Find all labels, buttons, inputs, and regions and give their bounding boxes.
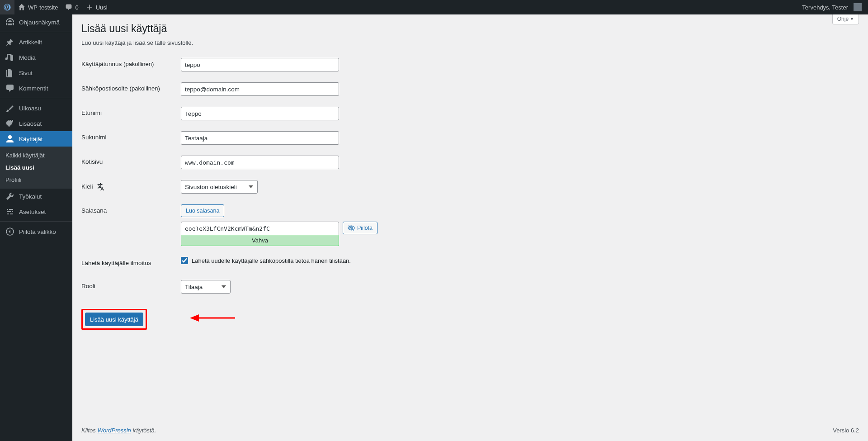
add-user-submit-button[interactable]: Lisää uusi käyttäjä — [85, 313, 143, 326]
password-strength: Vahva — [181, 235, 339, 246]
language-select[interactable]: Sivuston oletuskieli — [181, 180, 258, 194]
dashboard-icon — [5, 18, 14, 27]
lastname-input[interactable] — [181, 131, 339, 145]
comment-icon — [65, 4, 72, 11]
site-name-link[interactable]: WP-testsite — [14, 0, 61, 14]
notify-text: Lähetä uudelle käyttäjälle sähköpostilla… — [192, 257, 351, 264]
sidebar-item-label: Sivut — [19, 70, 33, 76]
page-icon — [5, 68, 14, 77]
sidebar-item-media[interactable]: Media — [0, 50, 72, 65]
admin-footer: Kiitos WordPressin käytöstä. Versio 6.2 — [72, 420, 868, 441]
sidebar-item-settings[interactable]: Asetukset — [0, 204, 72, 219]
admin-sidebar: Ohjausnäkymä Artikkelit Media Sivut Komm… — [0, 14, 72, 441]
lastname-label: Sukunimi — [81, 126, 181, 150]
email-input[interactable] — [181, 82, 339, 96]
menu-separator — [0, 96, 72, 98]
sidebar-item-label: Piilota valikko — [19, 228, 56, 235]
hide-icon — [348, 224, 355, 232]
pin-icon — [5, 38, 14, 47]
firstname-input[interactable] — [181, 107, 339, 120]
comments-count: 0 — [75, 4, 78, 11]
sidebar-collapse[interactable]: Piilota valikko — [0, 224, 72, 239]
annotation-highlight: Lisää uusi käyttäjä — [81, 309, 147, 330]
password-label: Salasana — [81, 199, 181, 251]
menu-separator — [0, 219, 72, 222]
svg-marker-3 — [190, 314, 199, 322]
sidebar-item-comments[interactable]: Kommentit — [0, 81, 72, 96]
sidebar-item-label: Ulkoasu — [19, 105, 41, 112]
footer-thanks: Kiitos WordPressin käytöstä. — [81, 427, 156, 434]
sidebar-item-label: Ohjausnäkymä — [19, 19, 60, 26]
page-description: Luo uusi käyttäjä ja lisää se tälle sivu… — [81, 39, 859, 46]
site-name-text: WP-testsite — [28, 4, 58, 11]
password-input[interactable] — [181, 222, 339, 235]
notify-checkbox[interactable] — [181, 257, 188, 264]
sliders-icon — [5, 207, 14, 216]
collapse-icon — [5, 227, 14, 236]
username-label: Käyttäjätunnus (pakollinen) — [81, 52, 181, 77]
submenu-add-new[interactable]: Lisää uusi — [0, 161, 72, 174]
content-area: Ohje ▼ Lisää uusi käyttäjä Luo uusi käyt… — [72, 14, 868, 441]
greeting-text: Tervehdys, Tester — [802, 4, 848, 11]
sidebar-item-appearance[interactable]: Ulkoasu — [0, 100, 72, 116]
sidebar-item-pages[interactable]: Sivut — [0, 65, 72, 81]
new-label: Uusi — [96, 4, 108, 11]
submenu-profile[interactable]: Profiili — [0, 174, 72, 186]
help-toggle[interactable]: Ohje ▼ — [832, 14, 859, 24]
role-label: Rooli — [81, 275, 181, 299]
generate-password-button[interactable]: Luo salasana — [181, 204, 224, 217]
plus-icon — [86, 4, 93, 11]
users-submenu: Kaikki käyttäjät Lisää uusi Profiili — [0, 147, 72, 189]
website-label: Kotisivu — [81, 150, 181, 175]
website-input[interactable] — [181, 156, 339, 169]
wordpress-link[interactable]: WordPressin — [97, 427, 131, 434]
brush-icon — [5, 104, 14, 113]
wp-logo[interactable] — [0, 0, 14, 14]
sidebar-item-label: Käyttäjät — [19, 136, 43, 142]
screen-meta: Ohje ▼ — [832, 14, 859, 24]
username-input[interactable] — [181, 58, 339, 71]
avatar — [854, 3, 862, 11]
help-label: Ohje — [837, 16, 849, 22]
menu-separator — [0, 30, 72, 32]
svg-point-1 — [350, 227, 352, 228]
sidebar-item-label: Artikkelit — [19, 39, 42, 46]
user-icon — [5, 134, 14, 143]
account-link[interactable]: Tervehdys, Tester — [798, 0, 865, 14]
translate-icon — [96, 183, 104, 191]
media-icon — [5, 53, 14, 62]
sidebar-item-plugins[interactable]: Lisäosat — [0, 116, 72, 131]
page-title: Lisää uusi käyttäjä — [81, 23, 859, 35]
comments-link[interactable]: 0 — [61, 0, 82, 14]
new-content-link[interactable]: Uusi — [82, 0, 111, 14]
plugin-icon — [5, 119, 14, 128]
sidebar-item-tools[interactable]: Työkalut — [0, 189, 72, 204]
role-select[interactable]: Tilaaja — [181, 280, 231, 294]
language-label: Kieli — [81, 175, 181, 199]
sidebar-item-label: Kommentit — [19, 85, 48, 92]
sidebar-item-label: Työkalut — [19, 193, 42, 200]
sidebar-item-posts[interactable]: Artikkelit — [0, 34, 72, 50]
notify-label: Lähetä käyttäjälle ilmoitus — [81, 251, 181, 275]
admin-toolbar: WP-testsite 0 Uusi Tervehdys, Tester — [0, 0, 868, 14]
chevron-down-icon: ▼ — [850, 17, 854, 21]
email-label: Sähköpostiosoite (pakollinen) — [81, 77, 181, 101]
user-form: Käyttäjätunnus (pakollinen) Sähköpostios… — [81, 52, 859, 299]
sidebar-item-users[interactable]: Käyttäjät — [0, 131, 72, 147]
footer-version: Versio 6.2 — [833, 427, 859, 434]
hide-password-button[interactable]: Piilota — [343, 222, 377, 234]
comment-icon — [5, 84, 14, 93]
sidebar-item-label: Lisäosat — [19, 120, 42, 127]
submenu-all-users[interactable]: Kaikki käyttäjät — [0, 149, 72, 161]
wrench-icon — [5, 192, 14, 201]
wordpress-icon — [4, 4, 11, 11]
sidebar-item-label: Media — [19, 54, 36, 61]
sidebar-item-label: Asetukset — [19, 209, 46, 215]
annotation-arrow-icon — [190, 312, 235, 324]
sidebar-item-dashboard[interactable]: Ohjausnäkymä — [0, 14, 72, 30]
notify-checkbox-label[interactable]: Lähetä uudelle käyttäjälle sähköpostilla… — [181, 257, 854, 264]
home-icon — [18, 4, 25, 11]
firstname-label: Etunimi — [81, 101, 181, 126]
